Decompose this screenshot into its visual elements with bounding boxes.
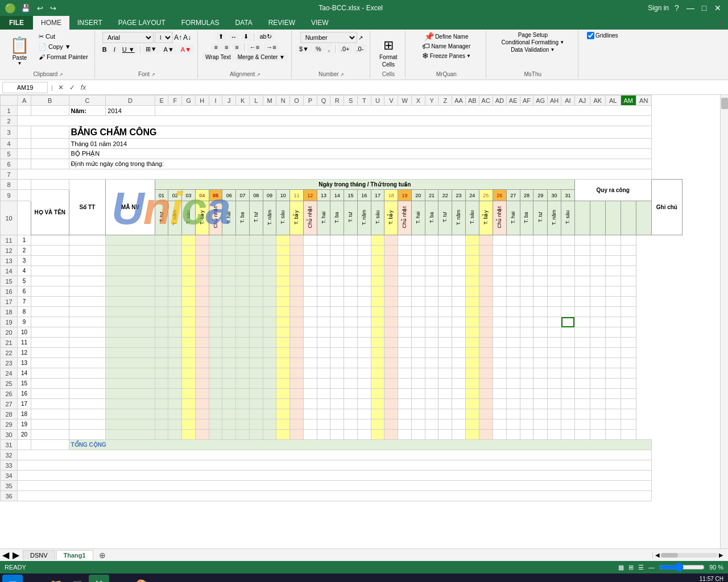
currency-btn[interactable]: $▼ [296, 44, 312, 53]
day-03[interactable]: 03 [182, 190, 196, 201]
day-14[interactable]: 14 [330, 190, 344, 201]
day-04[interactable]: 04 [195, 190, 209, 201]
add-sheet-btn[interactable]: ⊕ [94, 550, 110, 561]
col-Q[interactable]: Q [317, 95, 330, 106]
vscroll-thumb[interactable] [721, 98, 728, 109]
day-06[interactable]: 06 [222, 190, 236, 201]
dow-16[interactable]: T. năm [357, 201, 371, 235]
cell-C4[interactable]: Tháng 01 năm 2014 [69, 139, 651, 149]
formula-input[interactable] [90, 82, 726, 93]
day-24[interactable]: 24 [465, 190, 479, 201]
day-28[interactable]: 28 [520, 190, 533, 201]
copy-btn[interactable]: 📄 Copy ▼ [36, 42, 91, 52]
day-23[interactable]: 23 [452, 190, 466, 201]
dow-28[interactable]: T. ba [520, 201, 533, 235]
col-AM[interactable]: AM [621, 95, 636, 106]
row-header-6[interactable]: 6 [1, 159, 18, 169]
indent-increase-btn[interactable]: →≡ [263, 43, 279, 52]
tab-data[interactable]: DATA [227, 16, 260, 30]
col-G[interactable]: G [182, 95, 196, 106]
day-29[interactable]: 29 [533, 190, 548, 201]
col-AK[interactable]: AK [590, 95, 605, 106]
day-10[interactable]: 10 [276, 190, 290, 201]
cell-B3[interactable] [31, 126, 69, 139]
border-btn[interactable]: ⊞▼ [143, 44, 160, 54]
cell-A2[interactable] [18, 116, 652, 126]
day-01[interactable]: 01 [155, 190, 168, 201]
col-H[interactable]: H [195, 95, 209, 106]
cell-A3[interactable] [18, 126, 31, 139]
format-painter-btn[interactable]: 🖌 Format Painter [36, 52, 91, 61]
day-25[interactable]: 25 [479, 190, 493, 201]
cell-B4[interactable] [31, 139, 69, 149]
dow-04[interactable]: T. bảy [195, 201, 209, 235]
day-27[interactable]: 27 [506, 190, 520, 201]
view-normal-btn[interactable]: ▦ [618, 564, 624, 571]
day-22[interactable]: 22 [439, 190, 452, 201]
close-btn[interactable]: ✕ [712, 2, 723, 14]
day-19[interactable]: 19 [398, 190, 412, 201]
h-scroll-left[interactable]: ◀ [655, 552, 660, 558]
cancel-formula-btn[interactable]: ✕ [56, 83, 65, 92]
cell-A1[interactable] [18, 106, 31, 116]
col-V[interactable]: V [384, 95, 398, 106]
comma-btn[interactable]: , [325, 44, 333, 53]
col-K[interactable]: K [236, 95, 250, 106]
dow-21[interactable]: T. ba [425, 201, 439, 235]
cell-A5[interactable] [18, 149, 31, 159]
cell-B5[interactable] [31, 149, 69, 159]
align-center-btn[interactable]: ≡ [222, 43, 231, 52]
tong-cong-cell[interactable]: TỔNG CỘNG [69, 440, 651, 450]
decimal-decrease-btn[interactable]: .0- [353, 44, 366, 53]
day-26[interactable]: 26 [493, 190, 506, 201]
paint-btn[interactable]: 🎨 [132, 575, 152, 582]
sheet-tab-thang1[interactable]: Thang1 [56, 550, 93, 560]
col-F[interactable]: F [168, 95, 182, 106]
cell-A6[interactable] [18, 159, 31, 169]
cond-format-btn[interactable]: Conditional Formatting [502, 39, 559, 45]
ghi-chu-header[interactable]: Ghi chú [651, 180, 682, 235]
paste-btn[interactable]: 📋 Paste ▼ [6, 33, 34, 69]
excel-btn[interactable]: X [89, 575, 109, 582]
cell-C6[interactable]: Định mức ngày công trong tháng: [69, 159, 651, 169]
dow-18[interactable]: T. bảy [384, 201, 398, 235]
day-21[interactable]: 21 [425, 190, 439, 201]
dow-09[interactable]: T. năm [263, 201, 276, 235]
day-12[interactable]: 12 [303, 190, 317, 201]
cell-C8[interactable]: Số TT [69, 180, 106, 235]
tab-home[interactable]: HOME [33, 16, 69, 30]
dow-31[interactable]: T. sáu [561, 201, 575, 235]
col-AG[interactable]: AG [533, 95, 548, 106]
dow-26[interactable]: Chủ nhật [493, 201, 506, 235]
underline-btn[interactable]: U ▼ [119, 45, 138, 54]
media-btn[interactable]: ▶ [110, 575, 131, 582]
cell-A9[interactable] [18, 190, 31, 201]
col-L[interactable]: L [249, 95, 263, 106]
font-color-btn[interactable]: A▼ [178, 45, 194, 54]
font-name-select[interactable]: Arial [102, 32, 154, 43]
quy-cong-header[interactable]: Quy ra công [574, 180, 651, 201]
help-btn[interactable]: ? [671, 2, 682, 14]
view-break-btn[interactable]: ☰ [638, 564, 644, 571]
row-header-7[interactable]: 7 [1, 169, 18, 180]
dow-27[interactable]: T. hai [506, 201, 520, 235]
browser-btn[interactable]: e [24, 575, 44, 582]
cell-A8[interactable] [18, 180, 31, 190]
restore-btn[interactable]: □ [698, 2, 710, 14]
col-N[interactable]: N [276, 95, 290, 106]
text-rotate-btn[interactable]: ab↻ [257, 32, 274, 41]
undo-btn[interactable]: ↩ [35, 3, 45, 14]
col-AN[interactable]: AN [636, 95, 651, 106]
dow-17[interactable]: T. sáu [371, 201, 384, 235]
cell-A7[interactable] [18, 169, 652, 180]
quick-save[interactable]: 💾 [19, 3, 32, 14]
ribbon-collapse-btn[interactable]: ▲ [717, 18, 725, 27]
row-header-10[interactable]: 10 [1, 201, 18, 235]
tab-file[interactable]: FILE [0, 16, 33, 30]
percent-btn[interactable]: % [313, 44, 324, 53]
dow-14[interactable]: T. ba [330, 201, 344, 235]
align-right-btn[interactable]: ≡ [232, 43, 241, 52]
dow-05[interactable]: Chủ nhật [209, 201, 222, 235]
decrease-font-btn[interactable]: A↓ [183, 34, 191, 41]
cell-D8[interactable]: MÃ NV [106, 180, 155, 235]
